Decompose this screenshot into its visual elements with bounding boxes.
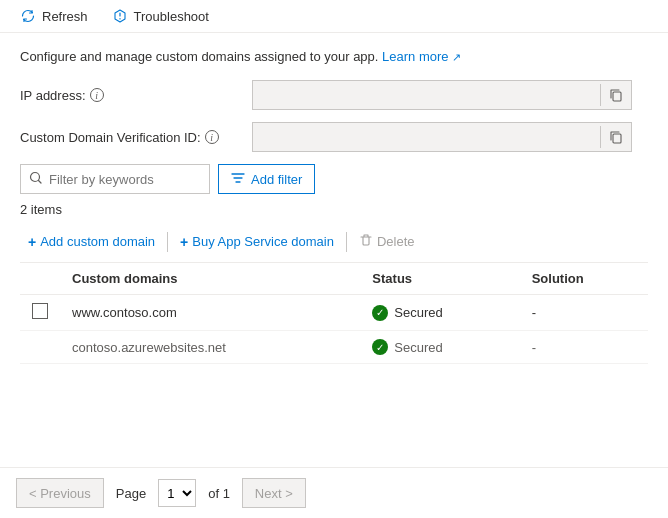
items-count: 2 items [20, 202, 648, 217]
pagination-footer: < Previous Page 1 of 1 Next > [0, 467, 668, 518]
table-row: www.contoso.com ✓ Secured - [20, 295, 648, 331]
page-label: Page [116, 486, 146, 501]
col-status: Status [360, 263, 519, 295]
action-separator-2 [346, 232, 347, 252]
row1-solution: - [520, 295, 648, 331]
add-icon-2: + [180, 234, 188, 250]
secured-icon: ✓ [372, 305, 388, 321]
svg-rect-1 [613, 134, 621, 143]
secured-icon-2: ✓ [372, 339, 388, 355]
table-header-row: Custom domains Status Solution [20, 263, 648, 295]
copy-icon-2 [609, 130, 623, 144]
next-button[interactable]: Next > [242, 478, 306, 508]
verification-id-copy-button[interactable] [600, 126, 631, 148]
verification-id-info-icon[interactable]: i [205, 130, 219, 144]
troubleshoot-icon [112, 8, 128, 24]
action-bar: + Add custom domain + Buy App Service do… [20, 229, 648, 263]
col-checkbox [20, 263, 60, 295]
row1-status-badge: ✓ Secured [372, 305, 507, 321]
row2-domain: contoso.azurewebsites.net [60, 331, 360, 364]
row1-domain: www.contoso.com [60, 295, 360, 331]
row1-checkbox-cell [20, 295, 60, 331]
verification-id-row: Custom Domain Verification ID: i [20, 122, 648, 152]
action-separator-1 [167, 232, 168, 252]
ip-address-label: IP address: i [20, 88, 240, 103]
troubleshoot-label: Troubleshoot [134, 9, 209, 24]
filter-icon [231, 171, 245, 188]
refresh-button[interactable]: Refresh [16, 6, 92, 26]
previous-button[interactable]: < Previous [16, 478, 104, 508]
filter-bar: Add filter [20, 164, 648, 194]
row2-solution: - [520, 331, 648, 364]
search-icon [29, 171, 43, 188]
row1-status: ✓ Secured [360, 295, 519, 331]
search-input[interactable] [49, 172, 189, 187]
ip-address-copy-button[interactable] [600, 84, 631, 106]
search-wrapper [20, 164, 210, 194]
row1-checkbox[interactable] [32, 303, 48, 319]
ip-address-field-wrapper [252, 80, 632, 110]
add-icon: + [28, 234, 36, 250]
ip-address-input[interactable] [253, 88, 600, 103]
table-row: contoso.azurewebsites.net ✓ Secured - [20, 331, 648, 364]
row2-checkbox-cell [20, 331, 60, 364]
refresh-label: Refresh [42, 9, 88, 24]
buy-app-service-domain-button[interactable]: + Buy App Service domain [172, 230, 342, 254]
row2-status: ✓ Secured [360, 331, 519, 364]
add-filter-button[interactable]: Add filter [218, 164, 315, 194]
ip-address-info-icon[interactable]: i [90, 88, 104, 102]
delete-icon [359, 233, 373, 250]
page-select[interactable]: 1 [158, 479, 196, 507]
toolbar: Refresh Troubleshoot [0, 0, 668, 33]
verification-id-field-wrapper [252, 122, 632, 152]
main-content: Configure and manage custom domains assi… [0, 33, 668, 380]
copy-icon [609, 88, 623, 102]
add-custom-domain-button[interactable]: + Add custom domain [20, 230, 163, 254]
description-text: Configure and manage custom domains assi… [20, 49, 648, 64]
ip-address-row: IP address: i [20, 80, 648, 110]
col-solution: Solution [520, 263, 648, 295]
verification-id-input[interactable] [253, 130, 600, 145]
svg-rect-0 [613, 92, 621, 101]
external-link-icon: ↗ [452, 51, 461, 63]
col-custom-domains: Custom domains [60, 263, 360, 295]
troubleshoot-button[interactable]: Troubleshoot [108, 6, 213, 26]
of-label: of 1 [208, 486, 230, 501]
learn-more-link[interactable]: Learn more ↗ [382, 49, 461, 64]
refresh-icon [20, 8, 36, 24]
domains-table-wrapper: Custom domains Status Solution www.conto… [20, 263, 648, 364]
row2-status-badge: ✓ Secured [372, 339, 507, 355]
verification-id-label: Custom Domain Verification ID: i [20, 130, 240, 145]
delete-button[interactable]: Delete [351, 229, 423, 254]
domains-table: Custom domains Status Solution www.conto… [20, 263, 648, 364]
